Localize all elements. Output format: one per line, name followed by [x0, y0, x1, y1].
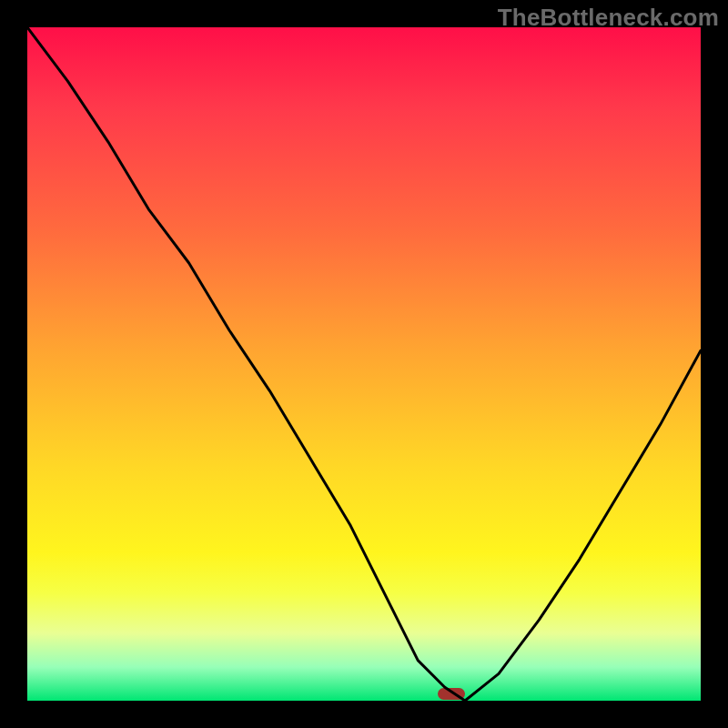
plot-area [27, 27, 701, 701]
bottleneck-curve [27, 27, 701, 701]
chart-frame: TheBottleneck.com [0, 0, 728, 728]
